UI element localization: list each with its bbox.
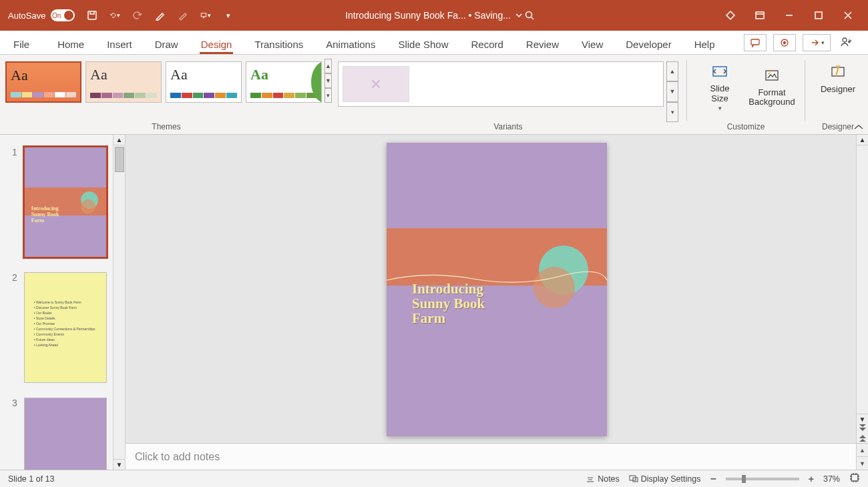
notes-placeholder: Click to add notes bbox=[135, 451, 220, 463]
maximize-icon[interactable] bbox=[813, 10, 824, 21]
save-icon[interactable] bbox=[87, 10, 97, 21]
tab-transitions[interactable]: Transitions bbox=[253, 35, 304, 54]
zoom-in-icon[interactable]: + bbox=[809, 474, 814, 484]
search-icon[interactable] bbox=[524, 10, 535, 21]
next-slide-icon[interactable] bbox=[858, 434, 867, 442]
canvas-scrollbar[interactable]: ▲ ▼ bbox=[856, 135, 868, 443]
quick-access-toolbar: ▾ ▾ ▾ bbox=[87, 10, 234, 21]
thumbnail-scrollbar[interactable]: ▲ ▼ bbox=[113, 135, 125, 470]
scroll-down-icon[interactable]: ▼ bbox=[857, 414, 868, 424]
scroll-handle[interactable] bbox=[115, 147, 124, 172]
chevron-down-icon bbox=[515, 11, 523, 19]
zoom-out-icon[interactable]: − bbox=[710, 473, 716, 485]
svg-rect-1 bbox=[202, 13, 207, 17]
tab-slideshow[interactable]: Slide Show bbox=[397, 35, 449, 54]
svg-point-2 bbox=[526, 12, 532, 18]
zoom-slider[interactable] bbox=[726, 478, 799, 480]
pen-icon[interactable] bbox=[155, 10, 166, 21]
slide-title: Introducing Sunny Book Farm bbox=[412, 282, 485, 326]
variants-group-label: Variants bbox=[338, 122, 678, 133]
minimize-icon[interactable] bbox=[784, 10, 795, 21]
autosave-state: On bbox=[52, 12, 61, 19]
scroll-up-icon[interactable]: ▲ bbox=[857, 135, 868, 145]
variant-gallery-spinner[interactable]: ▲ ▼ ▾ bbox=[666, 61, 678, 122]
thumbnail-2[interactable]: 2 • Welcome to Sunny Book Farm • Discove… bbox=[12, 272, 120, 383]
svg-rect-15 bbox=[851, 474, 858, 481]
variants-group: ▲ ▼ ▾ Variants bbox=[333, 55, 684, 134]
diamond-icon[interactable] bbox=[725, 10, 736, 21]
designer-button[interactable]: Designer bbox=[813, 61, 863, 95]
comments-button[interactable] bbox=[744, 34, 767, 51]
format-background-button[interactable]: Format Background bbox=[747, 61, 797, 113]
close-icon[interactable] bbox=[843, 10, 853, 21]
svg-rect-0 bbox=[88, 11, 96, 19]
svg-rect-9 bbox=[713, 67, 726, 76]
tab-home[interactable]: Home bbox=[56, 35, 85, 54]
record-button[interactable] bbox=[773, 34, 796, 51]
theme-gallery-spinner[interactable]: ▲ ▼ ▾ bbox=[324, 59, 332, 103]
spinner-down-icon[interactable]: ▼ bbox=[666, 81, 678, 101]
slide-size-button[interactable]: Slide Size ▾ bbox=[695, 61, 744, 113]
work-area: 1 Introducing Sunny Book Farm 2 • Welcom… bbox=[0, 135, 868, 470]
spinner-more-icon[interactable]: ▾ bbox=[666, 102, 678, 122]
tab-developer[interactable]: Developer bbox=[624, 35, 672, 54]
spinner-up-icon[interactable]: ▲ bbox=[324, 59, 332, 73]
present-icon[interactable]: ▾ bbox=[200, 10, 211, 21]
spinner-down-icon[interactable]: ▼ bbox=[324, 73, 332, 88]
fit-to-window-icon[interactable] bbox=[849, 472, 860, 485]
tab-review[interactable]: Review bbox=[525, 35, 560, 54]
title-bar: AutoSave On ▾ ▾ ▾ Introducing Sunny Book… bbox=[0, 0, 868, 31]
tab-file[interactable]: File bbox=[12, 35, 36, 54]
autosave: AutoSave On bbox=[8, 9, 75, 21]
qat-more-icon[interactable]: ▾ bbox=[223, 10, 234, 21]
notes-scrollbar[interactable]: ▲▼ bbox=[856, 444, 868, 470]
tab-animations[interactable]: Animations bbox=[324, 35, 377, 54]
variant-item-1[interactable] bbox=[343, 66, 409, 102]
window-controls bbox=[725, 10, 853, 21]
marker-icon[interactable] bbox=[178, 10, 188, 21]
slide-canvas-area[interactable]: Introducing Sunny Book Farm ▲ ▼ bbox=[126, 135, 868, 443]
tab-insert[interactable]: Insert bbox=[105, 35, 134, 54]
redo-icon[interactable] bbox=[132, 10, 143, 21]
theme-item-2[interactable]: Aa bbox=[85, 61, 162, 103]
ribbon-mode-icon[interactable] bbox=[754, 10, 765, 21]
document-title[interactable]: Introducing Sunny Book Fa... • Saving... bbox=[345, 10, 523, 21]
customize-group: Slide Size ▾ Format Background Customize bbox=[690, 55, 802, 134]
scroll-down-icon[interactable]: ▼ bbox=[114, 459, 125, 470]
autosave-label: AutoSave bbox=[8, 11, 45, 21]
zoom-level[interactable]: 37% bbox=[823, 474, 840, 484]
collapse-ribbon-icon[interactable] bbox=[853, 122, 865, 131]
tab-record[interactable]: Record bbox=[469, 35, 504, 54]
notes-pane[interactable]: Click to add notes ▲▼ bbox=[126, 443, 868, 470]
tab-design[interactable]: Design bbox=[200, 35, 234, 54]
theme-item-1[interactable]: Aa bbox=[5, 61, 81, 103]
notes-button[interactable]: Notes bbox=[586, 474, 620, 484]
slide-editor: Introducing Sunny Book Farm ▲ ▼ Click to… bbox=[126, 135, 868, 470]
theme-gallery: Aa Aa Aa Aa bbox=[5, 59, 322, 103]
tab-view[interactable]: View bbox=[580, 35, 604, 54]
svg-rect-4 bbox=[815, 12, 822, 19]
ribbon-design: Aa Aa Aa Aa ▲ ▼ bbox=[0, 55, 868, 135]
svg-point-8 bbox=[843, 38, 847, 42]
themes-group-label: Themes bbox=[5, 122, 327, 133]
spinner-up-icon[interactable]: ▲ bbox=[666, 61, 678, 81]
theme-item-3[interactable]: Aa bbox=[166, 61, 242, 103]
undo-icon[interactable]: ▾ bbox=[110, 10, 120, 21]
tab-draw[interactable]: Draw bbox=[154, 35, 180, 54]
display-settings-button[interactable]: Display Settings bbox=[629, 474, 701, 484]
prev-slide-icon[interactable] bbox=[858, 424, 867, 432]
scroll-up-icon[interactable]: ▲ bbox=[114, 135, 125, 145]
theme-item-4[interactable]: Aa bbox=[246, 61, 322, 103]
share-button[interactable]: ▾ bbox=[803, 34, 831, 51]
slide-thumbnails-panel: 1 Introducing Sunny Book Farm 2 • Welcom… bbox=[0, 135, 126, 470]
account-icon[interactable] bbox=[837, 35, 856, 51]
ribbon-tabs: File Home Insert Draw Design Transitions… bbox=[0, 31, 868, 55]
themes-group: Aa Aa Aa Aa ▲ ▼ bbox=[0, 55, 333, 134]
tab-help[interactable]: Help bbox=[693, 35, 716, 54]
slide-canvas[interactable]: Introducing Sunny Book Farm bbox=[387, 143, 607, 436]
slide-counter[interactable]: Slide 1 of 13 bbox=[8, 474, 55, 484]
spinner-more-icon[interactable]: ▾ bbox=[324, 88, 332, 103]
status-bar: Slide 1 of 13 Notes Display Settings − +… bbox=[0, 470, 868, 487]
thumbnail-1[interactable]: 1 Introducing Sunny Book Farm bbox=[12, 147, 120, 258]
thumbnail-3[interactable]: 3 Welcome to Sunny Book Farm, your gatew… bbox=[12, 398, 120, 470]
